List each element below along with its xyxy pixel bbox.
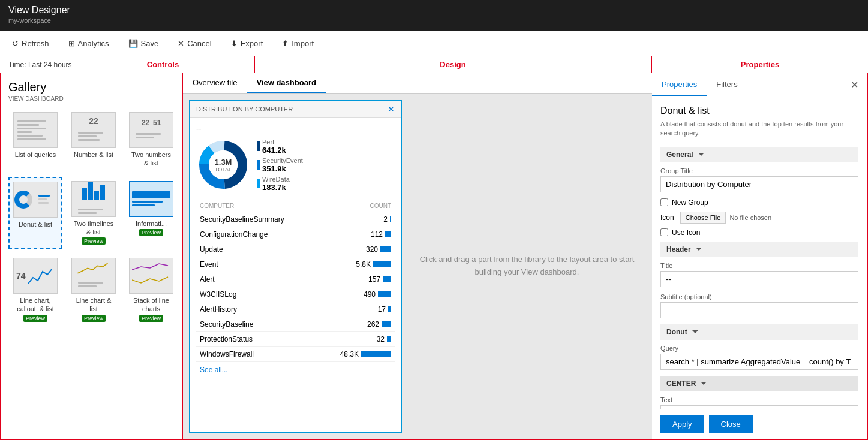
props-input-subtitle[interactable] xyxy=(660,302,858,318)
props-input-title[interactable] xyxy=(660,271,858,287)
save-button[interactable]: 💾 Save xyxy=(125,37,163,50)
row-count: 112 xyxy=(371,230,383,239)
widget-body: -- xyxy=(190,118,401,432)
gallery-thumb-donut xyxy=(13,182,58,218)
row-count: 262 xyxy=(367,320,379,329)
row-name: W3CIISLog xyxy=(200,290,236,299)
props-field-center-text: Text xyxy=(660,396,858,409)
legend-bar-security xyxy=(257,160,260,170)
analytics-button[interactable]: ⊞ Analytics xyxy=(65,37,113,50)
props-group-header: Header xyxy=(660,242,858,257)
gallery-item-two-timelines[interactable]: Two timelines & list Preview xyxy=(67,177,120,249)
apply-button[interactable]: Apply xyxy=(660,415,704,433)
see-all-link[interactable]: See all... xyxy=(196,362,232,378)
count-bar xyxy=(390,216,391,222)
refresh-icon: ↺ xyxy=(12,39,19,48)
props-group-donut: Donut xyxy=(660,324,858,340)
legend-item-security: SecurityEvent 351.9k xyxy=(257,157,303,173)
properties-panel: Properties Filters ✕ Donut & list A blad… xyxy=(652,73,868,440)
gallery-thumb-number: 22 xyxy=(71,112,116,148)
gallery-item-two-numbers[interactable]: 22 51 Two numbers & list xyxy=(125,108,178,172)
props-label-query: Query xyxy=(660,345,858,352)
tab-view-dashboard[interactable]: View dashboard xyxy=(247,73,325,93)
row-count: 320 xyxy=(366,245,378,254)
count-cell: 2 xyxy=(383,215,391,224)
legend-value-wiredata: 183.7k xyxy=(262,183,290,192)
gallery-item-info[interactable]: Informati... Preview xyxy=(125,177,178,249)
props-label-use-icon: Use Icon xyxy=(672,228,700,237)
import-button[interactable]: ⬆ Import xyxy=(278,37,317,50)
design-panel: Overview tile View dashboard DISTRIBUTIO… xyxy=(183,73,652,440)
count-cell: 490 xyxy=(364,290,391,299)
gallery-label-linechart2: Line chart & list xyxy=(71,296,116,314)
count-cell: 5.8K xyxy=(356,260,391,269)
donut-chart: 1.3M TOTAL xyxy=(196,138,250,192)
row-count: 157 xyxy=(368,275,380,284)
count-cell: 320 xyxy=(366,245,391,254)
gallery-item-list-of-queries[interactable]: List of queries xyxy=(8,108,62,172)
legend-name-wiredata: WireData xyxy=(262,176,290,183)
props-checkbox-use-icon: Use Icon xyxy=(660,228,858,237)
count-cell: 17 xyxy=(378,305,391,314)
gallery-item-donut-list[interactable]: Donut & list xyxy=(8,177,62,249)
gallery-thumb-list xyxy=(13,112,58,148)
design-label: Design xyxy=(255,56,652,73)
gallery-item-number-list[interactable]: 22 Number & list xyxy=(67,108,120,172)
count-bar xyxy=(380,246,391,252)
donut-total-label: TOTAL xyxy=(215,167,232,173)
gallery-label-number-list: Number & list xyxy=(74,150,113,159)
gallery-label-linechart3: Stack of line charts xyxy=(129,296,173,314)
widget-close-button[interactable]: ✕ xyxy=(388,104,395,114)
cancel-button[interactable]: ✕ Cancel xyxy=(174,37,215,50)
gallery-item-linechart1[interactable]: 74 Line chart, callout, & list Preview xyxy=(8,254,62,326)
gallery-item-linechart2[interactable]: Line chart & list Preview xyxy=(67,254,120,326)
props-group-center: CENTER xyxy=(660,376,858,391)
gallery-thumb-info xyxy=(129,181,173,217)
gallery-item-linechart3[interactable]: Stack of line charts Preview xyxy=(125,254,178,326)
close-button[interactable]: Close xyxy=(709,415,753,433)
table-rows-container: SecurityBaselineSummary 2 ConfigurationC… xyxy=(196,212,395,362)
count-bar xyxy=(387,336,391,342)
preview-badge-info: Preview xyxy=(139,229,163,236)
tab-filters[interactable]: Filters xyxy=(707,74,747,96)
controls-panel: Gallery VIEW DASHBOARD List of queries xyxy=(0,73,183,440)
refresh-button[interactable]: ↺ Refresh xyxy=(8,37,53,50)
gallery-label-list-queries: List of queries xyxy=(15,150,56,159)
row-count: 32 xyxy=(377,335,385,343)
row-name: SecurityBaselineSummary xyxy=(200,215,284,224)
table-row: AlertHistory 17 xyxy=(196,302,395,317)
workspace-label: my-workspace xyxy=(8,17,860,24)
row-count: 5.8K xyxy=(356,260,371,269)
design-content: DISTRIBUTION BY COMPUTER ✕ -- xyxy=(183,94,652,439)
gallery-label-info: Informati... xyxy=(136,219,167,228)
checkbox-new-group[interactable] xyxy=(660,198,668,206)
row-count: 17 xyxy=(378,305,386,314)
count-bar xyxy=(382,321,391,327)
tab-properties[interactable]: Properties xyxy=(652,74,707,96)
row-name: Alert xyxy=(200,275,215,284)
properties-tabs: Properties Filters xyxy=(652,74,747,96)
table-row: Alert 157 xyxy=(196,272,395,287)
donut-legend: Perf 641.2k SecurityEvent 351.9k xyxy=(257,138,303,192)
checkbox-use-icon[interactable] xyxy=(660,228,668,236)
properties-close-button[interactable]: ✕ xyxy=(842,73,867,97)
export-button[interactable]: ⬇ Export xyxy=(227,37,267,50)
donut-center: 1.3M TOTAL xyxy=(215,158,232,173)
collapse-arrow-donut xyxy=(692,330,698,333)
gallery-grid: List of queries 22 Number & list xyxy=(8,108,175,326)
tab-overview-tile[interactable]: Overview tile xyxy=(183,73,247,93)
choose-file-button[interactable]: Choose File xyxy=(680,212,726,224)
analytics-icon: ⊞ xyxy=(68,39,75,48)
table-row: WindowsFirewall 48.3K xyxy=(196,347,395,362)
legend-item-wiredata: WireData 183.7k xyxy=(257,176,303,192)
props-input-group-title[interactable] xyxy=(660,176,858,192)
count-bar xyxy=(388,306,391,312)
table-row: SecurityBaseline 262 xyxy=(196,317,395,332)
props-field-subtitle: Subtitle (optional) xyxy=(660,293,858,318)
row-name: SecurityBaseline xyxy=(200,320,253,329)
table-row: Update 320 xyxy=(196,242,395,257)
props-section-title: Donut & list xyxy=(660,106,858,116)
props-input-query[interactable] xyxy=(660,354,858,370)
no-file-label: No file chosen xyxy=(729,214,771,221)
table-row: W3CIISLog 490 xyxy=(196,287,395,302)
